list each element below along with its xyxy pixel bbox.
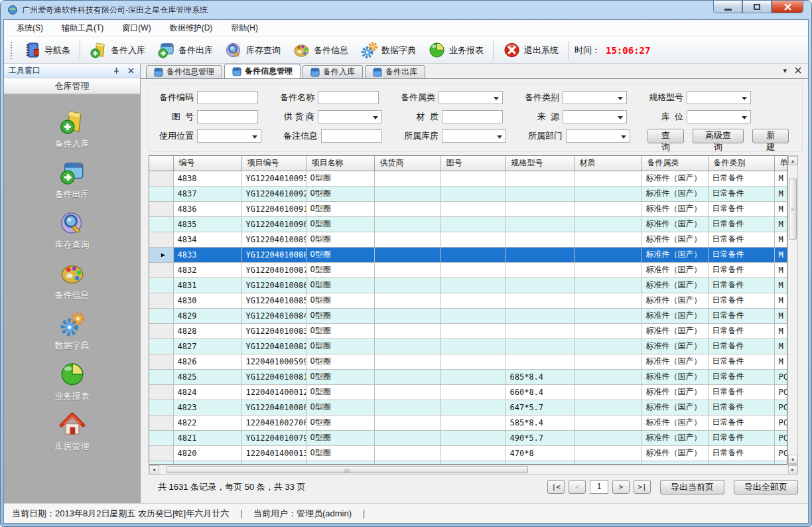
horizontal-scroll-thumb[interactable]: ||| xyxy=(167,466,528,473)
material-input[interactable] xyxy=(442,110,503,123)
supplier-select[interactable] xyxy=(318,110,382,123)
row-selector-cell[interactable] xyxy=(149,369,173,384)
tab-1-active[interactable]: 备件信息管理 xyxy=(224,64,301,78)
table-row[interactable]: 4835YG12204010090O型圈标准件（国产）日常备件M xyxy=(149,216,787,232)
column-header-10[interactable]: 单位 xyxy=(774,156,787,171)
pin-icon[interactable] xyxy=(111,66,121,76)
toolbar-button-navigator[interactable]: 导航条 xyxy=(17,39,76,61)
part-type-select[interactable] xyxy=(563,91,627,104)
tab-3[interactable]: 备件出库 xyxy=(365,65,425,78)
row-selector-header[interactable] xyxy=(149,156,173,171)
sidebar-item-data-dictionary[interactable]: 数据字典 xyxy=(23,307,122,357)
column-header-2[interactable]: 项目编号 xyxy=(241,156,306,171)
row-selector-cell[interactable] xyxy=(149,339,173,354)
warehouse-select[interactable] xyxy=(442,129,506,143)
new-button[interactable]: 新建 xyxy=(752,129,789,143)
toolbar-button-stock-search[interactable]: 库存查询 xyxy=(219,39,287,61)
row-selector-cell[interactable] xyxy=(149,400,173,415)
column-header-7[interactable]: 材质 xyxy=(574,156,642,171)
query-button[interactable]: 查询 xyxy=(647,129,684,143)
usage-position-select[interactable] xyxy=(197,129,261,143)
toolbar-button-report[interactable]: 业务报表 xyxy=(422,39,490,61)
toolbar-button-inbound[interactable]: 备件入库 xyxy=(84,39,151,61)
row-selector-cell[interactable] xyxy=(149,293,173,308)
horizontal-scrollbar[interactable]: ◄ ||| ► xyxy=(149,465,798,475)
export-current-page-button[interactable]: 导出当前页 xyxy=(660,480,724,494)
row-selector-cell[interactable] xyxy=(149,232,173,247)
menu-item-1[interactable]: 辅助工具(T) xyxy=(56,20,109,37)
row-selector-cell[interactable] xyxy=(149,308,173,323)
maximize-button[interactable] xyxy=(742,1,772,13)
table-row[interactable]: 4831YG12204010086O型圈标准件（国产）日常备件M xyxy=(149,277,787,293)
table-row[interactable]: 4837YG12204010092O型圈标准件（国产）日常备件M xyxy=(149,186,787,201)
table-row[interactable]: 4832YG12204010087O型圈标准件（国产）日常备件M xyxy=(149,262,787,277)
spec-model-select[interactable] xyxy=(687,91,751,104)
column-header-5[interactable]: 图号 xyxy=(440,156,506,171)
menu-item-3[interactable]: 数据维护(D) xyxy=(164,20,219,37)
row-selector-cell[interactable] xyxy=(149,354,173,369)
table-row[interactable]: 48241220401400012O型圈660*8.4标准件（国产）日常备件PC xyxy=(149,384,787,400)
sidebar-group-header[interactable]: 仓库管理 xyxy=(4,78,140,94)
row-selector-cell[interactable]: ▶ xyxy=(149,247,173,262)
row-selector-cell[interactable] xyxy=(149,323,173,339)
toolbar-button-outbound[interactable]: 备件出库 xyxy=(151,39,219,61)
column-header-3[interactable]: 项目名称 xyxy=(306,156,374,171)
panel-close-icon[interactable] xyxy=(126,66,135,76)
scroll-right-icon[interactable]: ► xyxy=(788,465,797,475)
menu-item-0[interactable]: 系统(S) xyxy=(11,20,49,37)
scroll-down-icon[interactable]: ▼ xyxy=(788,455,797,464)
column-header-8[interactable]: 备件属类 xyxy=(642,156,708,171)
prev-page-button[interactable]: < xyxy=(569,480,586,494)
table-row[interactable]: 4834YG12204010089O型圈标准件（国产）日常备件M xyxy=(149,232,787,247)
row-selector-cell[interactable] xyxy=(149,445,173,461)
sidebar-item-stock-search[interactable]: 库存查询 xyxy=(23,206,122,256)
source-select[interactable] xyxy=(563,110,627,123)
tab-0[interactable]: 备件信息管理 xyxy=(146,65,222,78)
table-row[interactable]: 48261220401000599O型圈标准件（国产）日常备件M xyxy=(149,354,787,369)
row-selector-cell[interactable] xyxy=(149,171,173,186)
last-page-button[interactable]: >| xyxy=(634,480,651,494)
table-row[interactable]: 4829YG12204010084O型圈标准件（国产）日常备件M xyxy=(149,308,787,323)
toolbar-button-data-dictionary[interactable]: 数据字典 xyxy=(354,39,422,61)
table-row[interactable]: 4827YG12204010082O型圈标准件（国产）日常备件M xyxy=(149,339,787,354)
scroll-up-icon[interactable]: ▲ xyxy=(788,156,797,165)
part-name-input[interactable] xyxy=(318,91,379,104)
scroll-left-icon[interactable]: ◄ xyxy=(149,465,159,475)
next-page-button[interactable]: > xyxy=(612,480,630,494)
chevron-down-icon[interactable]: ▾ xyxy=(783,66,787,75)
table-row[interactable]: 4838YG12204010093O型圈标准件（国产）日常备件M xyxy=(149,171,787,186)
drawing-no-input[interactable] xyxy=(197,110,258,123)
export-all-pages-button[interactable]: 导出全部页 xyxy=(734,480,798,494)
sidebar-item-inbound[interactable]: 备件入库 xyxy=(23,105,122,155)
toolbar-grip[interactable] xyxy=(11,42,13,59)
table-row-selected[interactable]: ▶4833YG12204010088O型圈标准件（国产）日常备件M xyxy=(149,247,787,262)
table-row[interactable]: 4830YG12204010085O型圈标准件（国产）日常备件M xyxy=(149,293,787,308)
column-header-6[interactable]: 规格型号 xyxy=(506,156,574,171)
row-selector-cell[interactable] xyxy=(149,277,173,293)
page-number-input[interactable]: 1 xyxy=(590,480,608,494)
row-selector-cell[interactable] xyxy=(149,186,173,201)
column-header-4[interactable]: 供货商 xyxy=(374,156,440,171)
row-selector-cell[interactable] xyxy=(149,216,173,232)
remark-input[interactable] xyxy=(321,129,382,143)
sidebar-item-parts-info[interactable]: 备件信息 xyxy=(23,256,122,307)
part-category-select[interactable] xyxy=(439,91,503,104)
menu-item-4[interactable]: 帮助(H) xyxy=(225,20,264,37)
toolbar-button-exit[interactable]: 退出系统 xyxy=(497,39,565,61)
department-select[interactable] xyxy=(566,129,630,143)
table-row[interactable]: 4823YG12204010080O型圈647*5.7标准件（国产）日常备件PC xyxy=(149,400,787,415)
tab-close-icon[interactable] xyxy=(795,67,801,75)
row-selector-cell[interactable] xyxy=(149,384,173,400)
table-row[interactable]: 4821YG12204010079O型圈490*5.7标准件（国产）日常备件PC xyxy=(149,430,787,445)
stock-location-select[interactable] xyxy=(687,110,751,123)
table-row[interactable]: 48221220401002700O型圈585*8.4标准件（国产）日常备件PC xyxy=(149,415,787,430)
sidebar-item-outbound[interactable]: 备件出库 xyxy=(23,155,122,206)
sidebar-item-report[interactable]: 业务报表 xyxy=(23,357,122,408)
table-row[interactable]: 4836YG12204010091O型圈标准件（国产）日常备件M xyxy=(149,201,787,216)
row-selector-cell[interactable] xyxy=(149,415,173,430)
toolbar-button-parts-info[interactable]: 备件信息 xyxy=(287,39,354,61)
vertical-scroll-thumb[interactable]: ≡ xyxy=(789,179,797,240)
row-selector-cell[interactable] xyxy=(149,262,173,277)
table-row[interactable]: 4828YG12204010083O型圈标准件（国产）日常备件M xyxy=(149,323,787,339)
column-header-1[interactable]: 编号 xyxy=(173,156,241,171)
